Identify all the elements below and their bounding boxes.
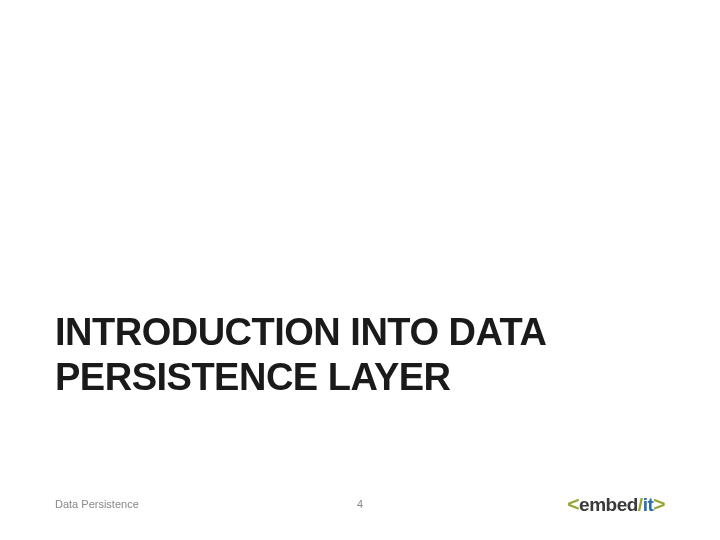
content-area: INTRODUCTION INTO DATA PERSISTENCE LAYER	[0, 0, 720, 540]
logo-bracket-close: >	[653, 492, 665, 516]
logo-bracket-open: <	[567, 492, 579, 516]
embedit-logo: < embed / it >	[567, 492, 665, 516]
logo-text-it: it	[643, 494, 654, 516]
page-number: 4	[357, 498, 363, 510]
logo-text-embed: embed	[579, 494, 638, 516]
footer-title: Data Persistence	[55, 498, 139, 510]
slide: INTRODUCTION INTO DATA PERSISTENCE LAYER…	[0, 0, 720, 540]
slide-heading: INTRODUCTION INTO DATA PERSISTENCE LAYER	[55, 310, 665, 400]
footer-logo-area: < embed / it >	[567, 492, 665, 516]
footer: Data Persistence 4 < embed / it >	[0, 492, 720, 516]
